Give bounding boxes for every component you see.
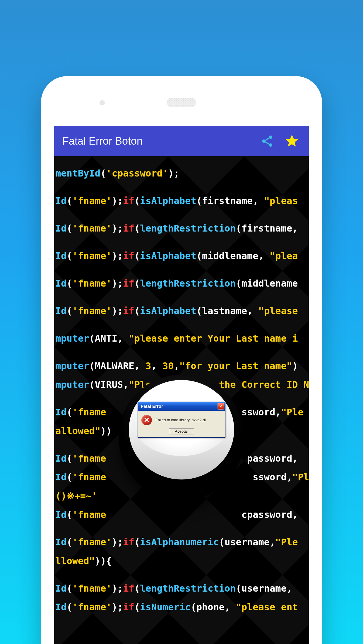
dialog-close-button[interactable]: × [218,403,224,410]
share-button[interactable] [258,132,276,150]
accept-button[interactable]: Aceptar [169,428,194,434]
phone-speaker [167,98,196,107]
dialog-message: Failed to load library 'dxva2.dll' [155,418,207,422]
dialog-titlebar: Fatal Error × [138,402,225,411]
dialog-button-row: Aceptar [138,428,225,437]
fatal-error-dialog: Fatal Error × ✕ Failed to load library '… [138,402,225,438]
button-cap: Fatal Error × ✕ Failed to load library '… [129,380,234,479]
dialog-body: ✕ Failed to load library 'dxva2.dll' [138,411,225,428]
error-circle-icon: ✕ [141,415,152,425]
favorite-star-icon [284,133,299,149]
dialog-title: Fatal Error [141,404,218,409]
phone-sensor [100,100,105,105]
svg-point-2 [269,143,273,147]
fatal-error-push-button[interactable]: Fatal Error × ✕ Failed to load library '… [119,375,244,501]
svg-point-0 [269,136,273,139]
svg-point-1 [262,139,266,143]
app-title: Fatal Error Boton [62,135,251,147]
button-face: Fatal Error × ✕ Failed to load library '… [132,383,231,456]
phone-frame: Fatal Error Boton mentById('cpassword');… [41,76,322,644]
app-titlebar: Fatal Error Boton [54,126,309,156]
share-icon [261,134,274,148]
favorite-button[interactable] [283,132,301,150]
close-icon: × [220,404,222,408]
app-screen: Fatal Error Boton mentById('cpassword');… [54,126,309,644]
